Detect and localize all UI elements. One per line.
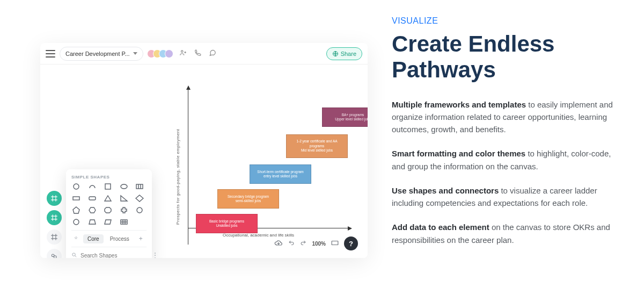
marketing-copy: VISUALIZE Create Endless Pathways Multip… xyxy=(376,0,644,294)
comment-icon[interactable] xyxy=(207,49,218,58)
help-button[interactable]: ? xyxy=(344,236,358,250)
octagon-shape-icon[interactable] xyxy=(103,206,113,214)
ellipse-shape-icon[interactable] xyxy=(119,183,129,190)
y-axis-label: Prospects for good-paying, stable employ… xyxy=(175,129,180,225)
rect-shape-icon[interactable] xyxy=(71,195,81,202)
step-box-1[interactable]: Basic bridge programs Unskilled jobs xyxy=(196,214,258,233)
circle2-shape-icon[interactable] xyxy=(135,206,144,214)
svg-marker-32 xyxy=(121,207,127,213)
share-button-label: Share xyxy=(341,51,356,57)
search-icon xyxy=(71,250,77,258)
stripe-shape-icon[interactable] xyxy=(135,183,144,190)
svg-rect-24 xyxy=(73,197,79,200)
svg-marker-28 xyxy=(136,195,143,202)
svg-point-18 xyxy=(74,184,79,189)
step-box-3[interactable]: Short-term certificate program entry lev… xyxy=(250,164,311,184)
parallelogram-shape-icon[interactable] xyxy=(103,218,113,226)
share-button[interactable]: Share xyxy=(326,47,362,60)
feature-para-4: Add data to each element on the canvas t… xyxy=(392,221,617,246)
svg-point-0 xyxy=(181,51,183,53)
eyebrow-text: VISUALIZE xyxy=(392,16,617,26)
svg-point-17 xyxy=(54,256,56,258)
document-title-text: Career Development P... xyxy=(65,51,130,57)
pin-icon[interactable] xyxy=(71,234,81,243)
invite-icon[interactable] xyxy=(178,49,188,58)
canvas-bottom-bar: 100% ? xyxy=(274,236,358,250)
svg-point-34 xyxy=(74,219,79,225)
shape-search: ⋮ xyxy=(71,247,147,258)
roundrect-shape-icon[interactable] xyxy=(87,195,97,202)
arc-shape-icon[interactable] xyxy=(87,183,97,190)
frame-tool-active[interactable] xyxy=(47,191,62,206)
step-box-5[interactable]: BA+ programs Upper level skilled jobs xyxy=(322,107,368,127)
headline-text: Create Endless Pathways xyxy=(392,31,617,83)
grid-tool[interactable] xyxy=(47,230,62,245)
svg-marker-35 xyxy=(89,220,96,224)
shapes-tool[interactable] xyxy=(47,249,62,258)
shapes-panel-title: SIMPLE SHAPES xyxy=(71,175,147,180)
app-preview: Career Development P... Share xyxy=(40,43,368,258)
tab-core[interactable]: Core xyxy=(83,234,104,243)
document-title-dropdown[interactable]: Career Development P... xyxy=(60,47,143,61)
more-icon[interactable]: ⋮ xyxy=(152,252,159,258)
svg-marker-30 xyxy=(89,207,96,213)
feature-para-3: Use shapes and connectors to visualize a… xyxy=(392,184,617,210)
svg-line-42 xyxy=(75,256,77,257)
svg-rect-21 xyxy=(136,184,143,189)
table-shape-icon[interactable] xyxy=(119,218,129,226)
svg-point-20 xyxy=(121,184,127,189)
shape-category-tabs: Core Process + xyxy=(71,230,147,243)
tab-add[interactable]: + xyxy=(136,234,146,243)
svg-point-41 xyxy=(72,253,76,256)
step-box-4[interactable]: 1-2 year certificate and AA programs Mid… xyxy=(286,134,348,158)
zoom-level[interactable]: 100% xyxy=(312,241,326,247)
svg-marker-36 xyxy=(105,220,111,224)
feature-para-1: Multiple frameworks and templates to eas… xyxy=(392,98,617,136)
fit-screen-icon[interactable] xyxy=(331,240,339,247)
tab-process[interactable]: Process xyxy=(106,234,134,243)
cross-shape-icon[interactable] xyxy=(119,206,129,214)
triangle-shape-icon[interactable] xyxy=(103,195,113,202)
pentagon-shape-icon[interactable] xyxy=(71,206,81,214)
shape-search-input[interactable] xyxy=(80,253,149,259)
svg-rect-19 xyxy=(105,184,111,189)
svg-rect-44 xyxy=(332,241,338,245)
canvas[interactable]: Prospects for good-paying, stable employ… xyxy=(40,64,368,258)
call-icon[interactable] xyxy=(193,49,203,58)
redo-icon[interactable] xyxy=(300,240,306,247)
shapes-grid xyxy=(71,183,147,226)
hexagon-shape-icon[interactable] xyxy=(87,206,97,214)
tool-rail: ✕ xyxy=(47,191,62,258)
feature-para-2: Smart formatting and color themes to hig… xyxy=(392,147,617,173)
circle3-shape-icon[interactable] xyxy=(71,218,81,226)
cloud-sync-icon[interactable] xyxy=(274,240,283,247)
menu-icon[interactable] xyxy=(46,50,55,58)
right-triangle-shape-icon[interactable] xyxy=(119,195,129,202)
svg-rect-25 xyxy=(89,197,96,200)
undo-icon[interactable] xyxy=(288,240,295,247)
app-topbar: Career Development P... Share xyxy=(40,43,368,64)
y-axis xyxy=(188,89,188,245)
square-shape-icon[interactable] xyxy=(103,183,113,190)
diamond-shape-icon[interactable] xyxy=(135,195,144,202)
frame-tool-2[interactable] xyxy=(47,210,62,225)
svg-marker-27 xyxy=(121,196,127,201)
circle-shape-icon[interactable] xyxy=(71,183,81,190)
svg-point-33 xyxy=(137,207,142,213)
collaborator-avatars[interactable] xyxy=(150,49,173,58)
step-box-2[interactable]: Secondary bridge program semi-skilled jo… xyxy=(217,189,279,209)
svg-marker-26 xyxy=(105,196,111,201)
trapezoid-shape-icon[interactable] xyxy=(87,218,97,226)
svg-marker-31 xyxy=(105,207,111,213)
svg-marker-29 xyxy=(73,207,79,213)
chevron-down-icon xyxy=(133,52,137,55)
shapes-panel: SIMPLE SHAPES xyxy=(66,169,152,258)
